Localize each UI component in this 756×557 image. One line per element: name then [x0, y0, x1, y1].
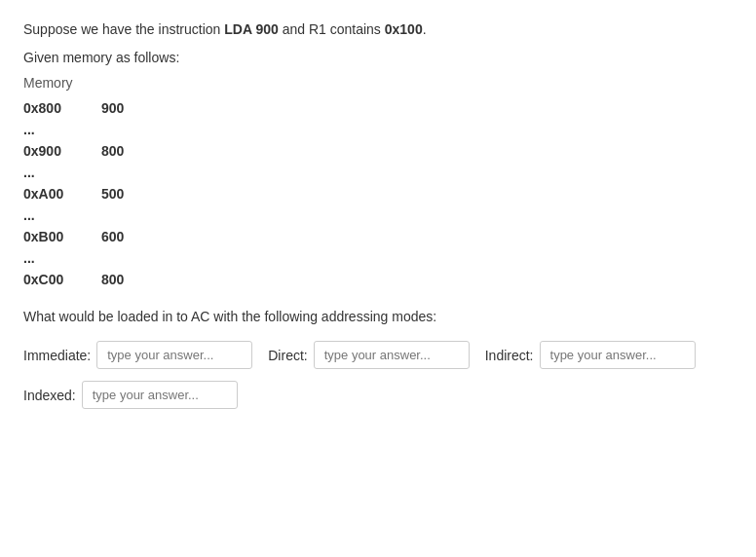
indirect-group: Indirect: [485, 341, 696, 369]
memory-address-0xC00: 0xC00 [23, 268, 101, 291]
intro-text-part1: Suppose we have the instruction [23, 21, 224, 37]
memory-ellipsis-4: ... [23, 248, 733, 268]
memory-address-0xB00: 0xB00 [23, 225, 101, 248]
indexed-label: Indexed: [23, 388, 76, 403]
intro-text-end: . [423, 21, 427, 37]
answers-row-2: Indexed: [23, 381, 733, 409]
intro-paragraph: Suppose we have the instruction LDA 900 … [23, 19, 733, 40]
direct-group: Direct: [268, 341, 469, 369]
memory-row-0xC00: 0xC00 800 [23, 268, 733, 291]
memory-value-0x900: 800 [101, 139, 124, 163]
immediate-label: Immediate: [23, 348, 91, 363]
memory-value-0xC00: 800 [101, 268, 124, 291]
immediate-input[interactable] [96, 341, 252, 369]
memory-ellipsis-2: ... [23, 163, 733, 182]
answers-row-1: Immediate: Direct: Indirect: [23, 341, 733, 369]
memory-ellipsis-1: ... [23, 120, 733, 139]
given-memory-label: Given memory as follows: [23, 50, 733, 65]
memory-ellipsis-3: ... [23, 205, 733, 225]
indirect-label: Indirect: [485, 348, 534, 363]
instruction-highlight: LDA 900 [224, 21, 279, 37]
memory-row-0x900: 0x900 800 [23, 139, 733, 163]
memory-value-0xA00: 500 [101, 182, 124, 205]
immediate-group: Immediate: [23, 341, 252, 369]
memory-value-0x800: 900 [101, 96, 124, 120]
memory-row-0xB00: 0xB00 600 [23, 225, 733, 248]
memory-table: 0x800 900 ... 0x900 800 ... 0xA00 500 ..… [23, 96, 733, 291]
indexed-group: Indexed: [23, 381, 238, 409]
register-value-highlight: 0x100 [385, 21, 423, 37]
memory-row-0xA00: 0xA00 500 [23, 182, 733, 205]
memory-row-0x800: 0x800 900 [23, 96, 733, 120]
memory-address-0xA00: 0xA00 [23, 182, 101, 205]
direct-input[interactable] [314, 341, 470, 369]
direct-label: Direct: [268, 348, 307, 363]
question-text: What would be loaded in to AC with the f… [23, 307, 733, 327]
memory-value-0xB00: 600 [101, 225, 124, 248]
intro-text-part2: and R1 contains [279, 21, 385, 37]
memory-address-0x900: 0x900 [23, 139, 101, 163]
indirect-input[interactable] [540, 341, 696, 369]
memory-section-label: Memory [23, 75, 733, 91]
indexed-input[interactable] [82, 381, 238, 409]
memory-address-0x800: 0x800 [23, 96, 101, 120]
